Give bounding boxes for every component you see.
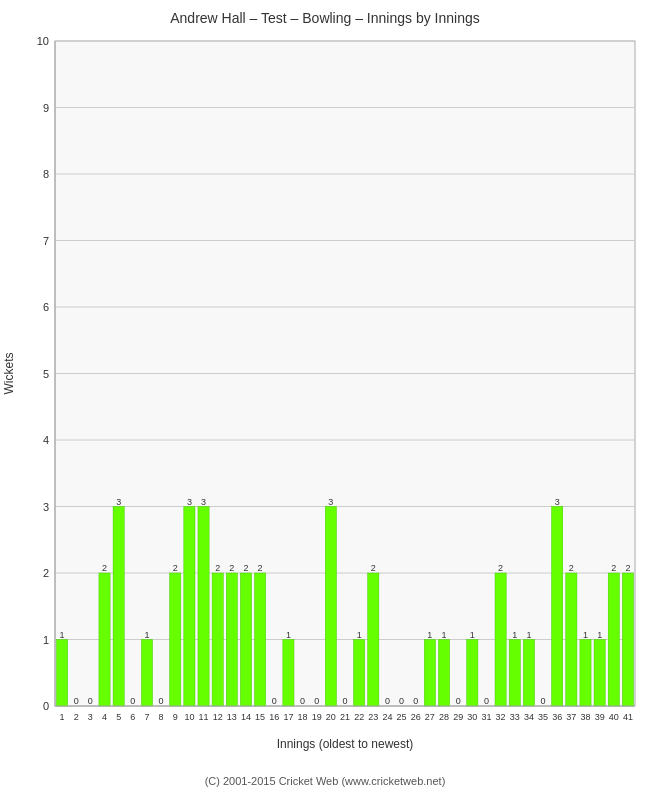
svg-text:8: 8	[159, 712, 164, 722]
svg-text:2: 2	[215, 563, 220, 573]
svg-text:21: 21	[340, 712, 350, 722]
svg-rect-130	[622, 573, 633, 706]
svg-text:0: 0	[385, 696, 390, 706]
svg-text:0: 0	[88, 696, 93, 706]
svg-text:2: 2	[625, 563, 630, 573]
svg-rect-56	[226, 573, 237, 706]
svg-rect-79	[354, 640, 365, 707]
svg-text:15: 15	[255, 712, 265, 722]
svg-text:18: 18	[298, 712, 308, 722]
svg-text:3: 3	[328, 497, 333, 507]
svg-rect-91	[424, 640, 435, 707]
svg-text:5: 5	[43, 368, 49, 380]
svg-text:4: 4	[43, 434, 49, 446]
svg-text:9: 9	[173, 712, 178, 722]
svg-text:39: 39	[595, 712, 605, 722]
svg-text:4: 4	[102, 712, 107, 722]
svg-rect-94	[438, 640, 449, 707]
svg-text:28: 28	[439, 712, 449, 722]
chart-container: Andrew Hall – Test – Bowling – Innings b…	[0, 0, 650, 800]
svg-text:3: 3	[116, 497, 121, 507]
svg-text:0: 0	[159, 696, 164, 706]
svg-rect-24	[57, 640, 68, 707]
svg-text:24: 24	[382, 712, 392, 722]
svg-rect-99	[467, 640, 478, 707]
svg-text:1: 1	[442, 630, 447, 640]
svg-text:2: 2	[102, 563, 107, 573]
svg-text:27: 27	[425, 712, 435, 722]
svg-text:3: 3	[187, 497, 192, 507]
svg-text:1: 1	[526, 630, 531, 640]
svg-text:2: 2	[43, 567, 49, 579]
svg-text:33: 33	[510, 712, 520, 722]
svg-text:32: 32	[496, 712, 506, 722]
svg-rect-47	[184, 507, 195, 707]
svg-text:10: 10	[184, 712, 194, 722]
svg-text:2: 2	[371, 563, 376, 573]
svg-text:9: 9	[43, 102, 49, 114]
svg-rect-39	[141, 640, 152, 707]
svg-text:37: 37	[566, 712, 576, 722]
svg-text:5: 5	[116, 712, 121, 722]
svg-text:2: 2	[258, 563, 263, 573]
svg-text:1: 1	[144, 630, 149, 640]
svg-text:0: 0	[43, 700, 49, 712]
svg-rect-127	[608, 573, 619, 706]
svg-rect-118	[566, 573, 577, 706]
svg-text:3: 3	[555, 497, 560, 507]
svg-text:36: 36	[552, 712, 562, 722]
svg-text:10: 10	[37, 35, 49, 47]
svg-text:16: 16	[269, 712, 279, 722]
svg-text:38: 38	[580, 712, 590, 722]
svg-text:23: 23	[368, 712, 378, 722]
svg-text:20: 20	[326, 712, 336, 722]
chart-area: 012345678910Wickets110203243506170829310…	[0, 31, 650, 771]
svg-text:1: 1	[470, 630, 475, 640]
svg-text:29: 29	[453, 712, 463, 722]
svg-rect-82	[368, 573, 379, 706]
svg-text:3: 3	[43, 501, 49, 513]
svg-text:2: 2	[498, 563, 503, 573]
footer-text: (C) 2001-2015 Cricket Web (www.cricketwe…	[0, 771, 650, 791]
svg-text:1: 1	[512, 630, 517, 640]
svg-text:6: 6	[43, 301, 49, 313]
svg-text:1: 1	[357, 630, 362, 640]
svg-text:41: 41	[623, 712, 633, 722]
svg-rect-74	[325, 507, 336, 707]
svg-rect-53	[212, 573, 223, 706]
svg-rect-44	[170, 573, 181, 706]
svg-text:2: 2	[173, 563, 178, 573]
svg-text:0: 0	[314, 696, 319, 706]
svg-text:1: 1	[286, 630, 291, 640]
svg-rect-104	[495, 573, 506, 706]
svg-text:34: 34	[524, 712, 534, 722]
svg-rect-67	[283, 640, 294, 707]
svg-rect-107	[509, 640, 520, 707]
svg-text:0: 0	[484, 696, 489, 706]
svg-rect-121	[580, 640, 591, 707]
svg-text:3: 3	[88, 712, 93, 722]
svg-rect-34	[113, 507, 124, 707]
svg-text:0: 0	[130, 696, 135, 706]
svg-text:13: 13	[227, 712, 237, 722]
svg-text:2: 2	[243, 563, 248, 573]
svg-rect-59	[240, 573, 251, 706]
svg-text:22: 22	[354, 712, 364, 722]
svg-rect-110	[523, 640, 534, 707]
svg-text:7: 7	[43, 235, 49, 247]
svg-text:30: 30	[467, 712, 477, 722]
svg-rect-31	[99, 573, 110, 706]
svg-text:0: 0	[413, 696, 418, 706]
svg-text:2: 2	[74, 712, 79, 722]
svg-text:0: 0	[300, 696, 305, 706]
svg-text:1: 1	[60, 712, 65, 722]
svg-text:11: 11	[199, 712, 209, 722]
svg-text:25: 25	[397, 712, 407, 722]
svg-text:1: 1	[597, 630, 602, 640]
svg-text:3: 3	[201, 497, 206, 507]
svg-text:26: 26	[411, 712, 421, 722]
svg-text:2: 2	[569, 563, 574, 573]
svg-text:0: 0	[541, 696, 546, 706]
svg-rect-115	[552, 507, 563, 707]
svg-text:14: 14	[241, 712, 251, 722]
